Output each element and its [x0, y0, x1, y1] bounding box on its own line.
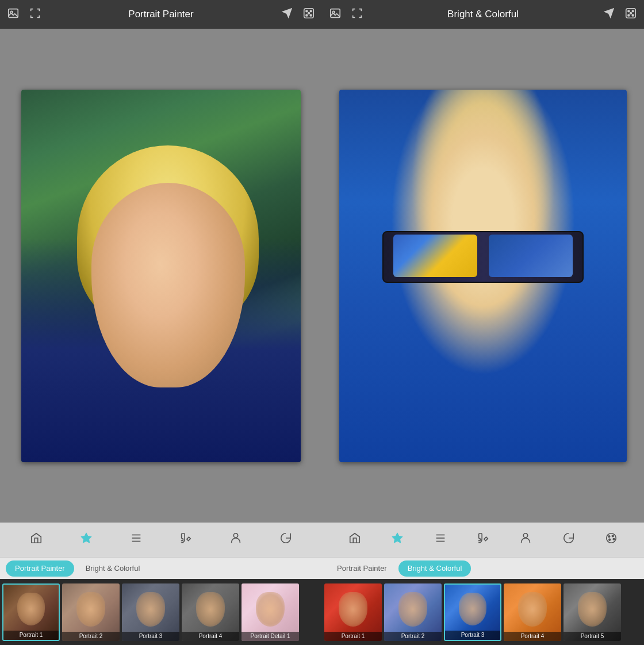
svg-point-6: [310, 14, 312, 16]
left-thumbnails: Portrait 1 Portrait 2 Portrait 3 Portrai…: [0, 579, 322, 645]
right-thumb-4[interactable]: Portrait 4: [504, 583, 561, 641]
right-brush-icon[interactable]: [474, 529, 492, 550]
svg-point-28: [609, 539, 611, 540]
right-thumbnails: Portrait 1 Portrait 2 Portrait 3 Portrai…: [322, 579, 644, 645]
left-thumb-4-label: Portrait 4: [182, 632, 239, 641]
right-thumb-5[interactable]: Portrait 5: [564, 583, 621, 641]
right-rotate-icon[interactable]: [560, 529, 577, 550]
svg-point-17: [628, 14, 630, 16]
right-palette-icon[interactable]: [603, 529, 620, 550]
left-tab-bar: Portrait Painter Bright & Colorful: [0, 557, 322, 579]
photo-icon[interactable]: [7, 7, 20, 22]
home-icon[interactable]: [28, 529, 45, 550]
kid-sunglasses: [382, 231, 584, 283]
right-tab-bar: Portrait Painter Bright & Colorful: [322, 557, 644, 579]
left-thumb-5-label: Portrait Detail 1: [241, 632, 299, 641]
svg-point-7: [308, 12, 310, 14]
right-photo-icon[interactable]: [329, 7, 342, 22]
dice-icon[interactable]: [302, 7, 315, 22]
right-dice-icon[interactable]: [624, 7, 637, 22]
right-header-right-icons: [603, 7, 637, 22]
left-thumb-3[interactable]: Portrait 3: [122, 583, 179, 641]
right-thumb-1-label: Portrait 1: [324, 632, 382, 641]
svg-point-18: [632, 14, 634, 16]
right-title: Bright & Colorful: [363, 9, 603, 20]
left-thumb-5[interactable]: Portrait Detail 1: [241, 583, 299, 641]
svg-point-15: [628, 10, 630, 11]
right-tab-portrait-painter[interactable]: Portrait Painter: [328, 560, 396, 577]
svg-point-3: [306, 10, 308, 11]
left-photo: [21, 90, 301, 462]
left-header-right-icons: [281, 7, 315, 22]
svg-point-4: [310, 10, 312, 11]
right-list-icon[interactable]: [432, 529, 449, 550]
right-thumb-1[interactable]: Portrait 1: [324, 583, 382, 641]
svg-point-26: [612, 535, 614, 537]
svg-point-19: [630, 12, 632, 14]
right-canvas-area: [322, 29, 644, 523]
left-tab-bright-colorful[interactable]: Bright & Colorful: [76, 560, 150, 577]
left-tab-portrait-painter[interactable]: Portrait Painter: [6, 560, 74, 577]
left-thumb-3-label: Portrait 3: [122, 632, 179, 641]
left-thumb-4[interactable]: Portrait 4: [182, 583, 239, 641]
left-header-left-icons: [7, 7, 41, 22]
right-header: Bright & Colorful: [322, 0, 644, 29]
left-toolbar: [0, 523, 322, 557]
left-panel: Portrait Painter: [0, 0, 322, 645]
left-canvas-area: [0, 29, 322, 523]
brush-icon[interactable]: [177, 529, 194, 550]
left-thumb-2[interactable]: Portrait 2: [62, 583, 120, 641]
left-title: Portrait Painter: [41, 9, 281, 20]
svg-rect-0: [9, 9, 18, 17]
right-header-left-icons: [329, 7, 363, 22]
right-panel: Bright & Colorful: [322, 0, 644, 645]
right-home-icon[interactable]: [346, 529, 363, 550]
right-fullscreen-icon[interactable]: [351, 7, 363, 22]
right-thumb-5-label: Portrait 5: [564, 632, 621, 641]
left-photo-frame: [21, 90, 301, 462]
right-tab-bright-colorful[interactable]: Bright & Colorful: [398, 560, 471, 577]
right-thumb-2[interactable]: Portrait 2: [384, 583, 442, 641]
svg-point-5: [306, 14, 308, 16]
right-thumb-4-label: Portrait 4: [504, 632, 561, 641]
list-icon[interactable]: [128, 529, 145, 550]
right-photo-frame: [339, 90, 627, 462]
right-bird-icon[interactable]: [603, 7, 615, 22]
bird-icon[interactable]: [281, 7, 293, 22]
woman-face: [91, 183, 245, 387]
left-thumb-1[interactable]: Portrait 1: [2, 583, 60, 641]
left-header: Portrait Painter: [0, 0, 322, 29]
fullscreen-icon[interactable]: [29, 7, 41, 22]
right-thumb-3[interactable]: Portrait 3: [444, 583, 501, 641]
left-thumb-2-label: Portrait 2: [62, 632, 120, 641]
svg-point-23: [524, 533, 528, 538]
left-thumb-1-label: Portrait 1: [3, 631, 59, 640]
svg-point-16: [632, 10, 634, 11]
svg-rect-12: [331, 9, 340, 17]
right-photo: [339, 90, 627, 462]
svg-point-11: [233, 533, 237, 538]
person-icon[interactable]: [227, 529, 244, 550]
right-star-icon[interactable]: [389, 529, 406, 550]
right-thumb-3-label: Portrait 3: [445, 631, 500, 640]
star-icon[interactable]: [78, 529, 95, 550]
right-thumb-2-label: Portrait 2: [384, 632, 442, 641]
svg-point-25: [608, 536, 610, 538]
right-toolbar: [322, 523, 644, 557]
right-person-icon[interactable]: [517, 529, 534, 550]
svg-point-27: [613, 538, 615, 540]
rotate-icon[interactable]: [277, 529, 294, 550]
